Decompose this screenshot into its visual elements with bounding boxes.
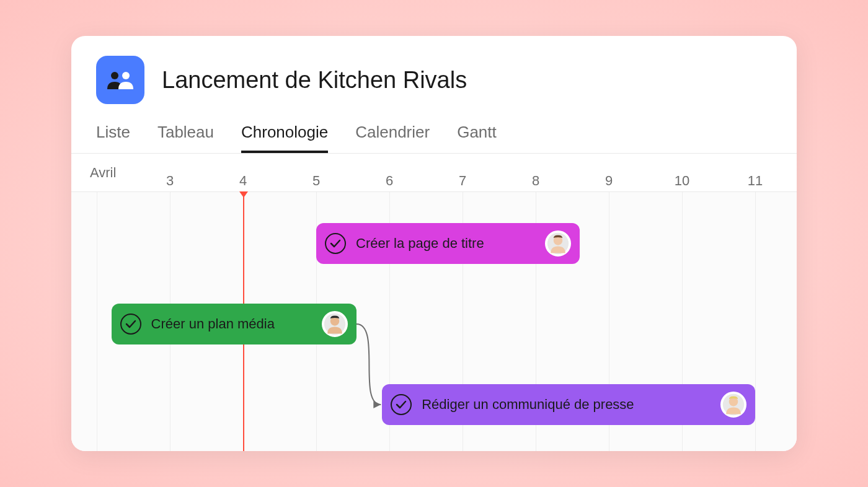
timeline-date-row: Avril 34567891011 (71, 154, 797, 192)
month-label: Avril (90, 165, 116, 181)
grid-line (755, 192, 756, 451)
date-cell: 10 (645, 173, 719, 189)
date-cell: 9 (572, 173, 645, 189)
date-cell: 5 (280, 173, 353, 189)
today-marker-icon (239, 191, 248, 198)
date-cell: 8 (499, 173, 572, 189)
task-create-media-plan[interactable]: Créer un plan média (112, 304, 356, 344)
tab-chronologie[interactable]: Chronologie (241, 123, 328, 153)
check-icon[interactable] (391, 394, 412, 415)
assignee-avatar[interactable] (545, 230, 571, 257)
project-icon (96, 56, 144, 104)
project-card: Lancement de Kitchen Rivals Liste Tablea… (71, 36, 797, 451)
task-create-title-page[interactable]: Créer la page de titre (316, 223, 580, 264)
svg-point-1 (122, 72, 130, 79)
tab-gantt[interactable]: Gantt (457, 123, 497, 153)
date-cell: 7 (426, 173, 499, 189)
project-header: Lancement de Kitchen Rivals (71, 36, 797, 104)
tab-liste[interactable]: Liste (96, 123, 130, 153)
task-label: Créer la page de titre (356, 235, 535, 252)
grid-line (97, 192, 97, 451)
project-title: Lancement de Kitchen Rivals (162, 67, 467, 94)
view-tabs: Liste Tableau Chronologie Calendrier Gan… (71, 104, 797, 154)
task-label: Rédiger un communiqué de presse (422, 397, 711, 413)
assignee-avatar[interactable] (720, 392, 746, 418)
people-icon (106, 71, 135, 89)
tab-calendrier[interactable]: Calendrier (355, 123, 430, 153)
date-cell: 11 (719, 173, 792, 189)
check-icon[interactable] (325, 233, 346, 254)
task-label: Créer un plan média (151, 316, 312, 332)
date-cell: 3 (133, 173, 206, 189)
date-cell: 4 (206, 173, 280, 189)
check-icon[interactable] (120, 314, 141, 335)
task-write-press-release[interactable]: Rédiger un communiqué de presse (382, 384, 755, 425)
date-cell: 6 (353, 173, 426, 189)
svg-point-0 (111, 72, 118, 79)
assignee-avatar[interactable] (322, 311, 348, 337)
timeline-body[interactable]: Créer la page de titre Créer un plan méd… (71, 192, 797, 451)
tab-tableau[interactable]: Tableau (157, 123, 214, 153)
